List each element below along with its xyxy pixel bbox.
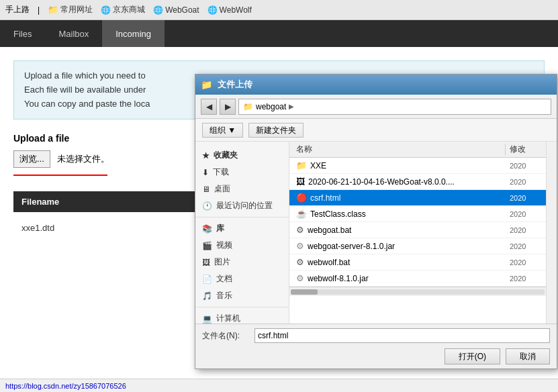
tab-files[interactable]: Files: [0, 20, 45, 47]
toolbar-sep: |: [38, 5, 40, 15]
scrollbar-track: [291, 289, 545, 295]
dialog-forward-button[interactable]: ▶: [220, 99, 236, 115]
sidebar-documents-label: 文档: [216, 273, 232, 285]
globe-icon-2: 🌐: [153, 5, 163, 15]
file-date-webwolf-bat: 2020: [506, 258, 546, 266]
sidebar-computer-label: 计算机: [216, 313, 240, 324]
file-item-webgoat-bat[interactable]: ⚙ webgoat.bat 2020: [289, 222, 546, 238]
sidebar-item-video[interactable]: 🎬 视频: [195, 237, 289, 254]
dialog-filename-label: 文件名(N):: [202, 330, 249, 342]
jd-label: 京东商城: [113, 4, 145, 15]
new-folder-button[interactable]: 新建文件夹: [248, 123, 304, 138]
path-arrow: ▶: [289, 103, 294, 110]
file-item-webwolf-bat[interactable]: ⚙ webwolf.bat 2020: [289, 254, 546, 271]
file-item-testclass[interactable]: ☕ TestClass.class 2020: [289, 206, 546, 222]
file-name-webgoat-zip: 🖼 2020-06-21-10-04-16-WebGoat-v8.0.0....: [289, 177, 506, 187]
file-name-webgoat-bat: ⚙ webgoat.bat: [289, 225, 506, 235]
music-icon: 🎵: [202, 291, 212, 301]
documents-icon: 📄: [202, 275, 212, 284]
sidebar-sep-1: [195, 217, 289, 217]
horizontal-scrollbar[interactable]: [289, 287, 546, 296]
vertical-scrollbar[interactable]: [546, 142, 557, 324]
dialog-action-bar: 组织 ▼ 新建文件夹: [195, 119, 557, 142]
toolbar-bookmarks[interactable]: 📁 常用网址: [48, 4, 93, 15]
sidebar-item-download[interactable]: ⬇ 下载: [195, 164, 289, 181]
pictures-icon: 🖼: [202, 258, 210, 267]
globe-icon-3: 🌐: [207, 5, 218, 15]
sidebar-item-desktop[interactable]: 🖥 桌面: [195, 181, 289, 197]
browser-toolbar: 手上路 | 📁 常用网址 🌐 京东商城 🌐 WebGoat 🌐 WebWolf: [0, 0, 558, 20]
tab-incoming-label: Incoming: [115, 29, 151, 39]
dialog-open-button[interactable]: 打开(O): [445, 348, 500, 364]
dialog-title: 文件上传: [218, 79, 252, 91]
file-item-webgoat-jar[interactable]: ⚙ webgoat-server-8.1.0.jar 2020: [289, 238, 546, 254]
bat-icon-webwolf: ⚙: [296, 257, 304, 267]
file-date-webgoat-zip: 2020: [506, 178, 546, 186]
sidebar-library-label: 库: [216, 223, 224, 234]
sidebar-item-recent[interactable]: 🕐 最近访问的位置: [195, 197, 289, 214]
file-item-webgoat-zip[interactable]: 🖼 2020-06-21-10-04-16-WebGoat-v8.0.0....…: [289, 174, 546, 190]
file-name-xxe: 📁 XXE: [289, 160, 506, 170]
toolbar-webgoat[interactable]: 🌐 WebGoat: [153, 5, 199, 15]
sidebar-recent-label: 最近访问的位置: [216, 200, 273, 211]
file-dialog: 📁 文件上传 ◀ ▶ 📁 webgoat ▶ 组织 ▼ 新建文件夹 ★ 收藏: [195, 74, 557, 369]
toolbar-jd[interactable]: 🌐 京东商城: [101, 4, 145, 15]
file-date-webwolf-jar: 2020: [506, 275, 546, 283]
video-icon: 🎬: [202, 241, 212, 250]
sidebar-library-header: 📚 库: [195, 220, 289, 237]
scrollbar-thumb: [291, 289, 318, 295]
status-bar: https://blog.csdn.net/zy15867076526: [0, 379, 558, 392]
dialog-back-button[interactable]: ◀: [201, 99, 217, 115]
dialog-filename-row: 文件名(N):: [202, 328, 550, 343]
sidebar-music-label: 音乐: [216, 290, 232, 301]
file-item-xxe[interactable]: 📁 XXE 2020: [289, 158, 546, 174]
col-name: 名称: [289, 144, 506, 155]
download-icon: ⬇: [202, 168, 209, 177]
globe-icon-1: 🌐: [101, 5, 111, 15]
sidebar-item-computer[interactable]: 💻 计算机: [195, 310, 289, 324]
browse-underline: [13, 175, 107, 176]
jar-icon-webgoat: ⚙: [296, 241, 304, 251]
bat-icon-webgoat: ⚙: [296, 225, 304, 235]
sidebar-favorites-label: 收藏夹: [214, 150, 238, 161]
webwolf-label: WebWolf: [220, 5, 252, 15]
file-date-csrf: 2020: [506, 194, 546, 202]
sidebar-desktop-label: 桌面: [214, 183, 230, 195]
browse-button[interactable]: 浏览...: [13, 150, 50, 168]
dialog-cancel-button[interactable]: 取消: [506, 348, 550, 364]
tab-mailbox-label: Mailbox: [58, 29, 89, 39]
tab-mailbox[interactable]: Mailbox: [45, 20, 102, 47]
file-name-testclass: ☕ TestClass.class: [289, 209, 506, 219]
toolbar-webwolf[interactable]: 🌐 WebWolf: [207, 5, 252, 15]
sidebar-item-music[interactable]: 🎵 音乐: [195, 287, 289, 304]
dialog-toolbar: ◀ ▶ 📁 webgoat ▶: [195, 95, 557, 119]
dialog-title-icon: 📁: [201, 79, 212, 90]
nav-tabs: Files Mailbox Incoming: [0, 20, 558, 47]
file-date-xxe: 2020: [506, 162, 546, 170]
dialog-bottom: 文件名(N): 打开(O) 取消: [195, 324, 557, 369]
file-date-webgoat-bat: 2020: [506, 226, 546, 234]
file-item-webwolf-jar[interactable]: ⚙ webwolf-8.1.0.jar 2020: [289, 271, 546, 287]
folder-icon: 📁: [48, 5, 58, 15]
desktop-icon: 🖥: [202, 185, 210, 194]
file-item-csrf[interactable]: 🔴 csrf.html 2020: [289, 190, 546, 206]
file-date-testclass: 2020: [506, 210, 546, 218]
nav-back[interactable]: 手上路: [5, 4, 30, 15]
dialog-buttons: 打开(O) 取消: [202, 348, 550, 364]
organize-button[interactable]: 组织 ▼: [202, 123, 243, 138]
star-icon: ★: [202, 151, 210, 160]
webgoat-label: WebGoat: [165, 5, 199, 15]
computer-icon: 💻: [202, 314, 212, 324]
dialog-body: ★ 收藏夹 ⬇ 下载 🖥 桌面 🕐 最近访问的位置 📚: [195, 142, 557, 324]
sidebar-item-pictures[interactable]: 🖼 图片: [195, 254, 289, 271]
sidebar-item-documents[interactable]: 📄 文档: [195, 271, 289, 287]
no-file-text: 未选择文件。: [57, 153, 109, 165]
sidebar-pictures-label: 图片: [214, 256, 230, 268]
path-folder-icon: 📁: [243, 102, 253, 111]
tab-incoming[interactable]: Incoming: [102, 20, 165, 47]
img-icon-webgoat: 🖼: [296, 177, 305, 187]
html-icon-csrf: 🔴: [296, 193, 307, 203]
sidebar-video-label: 视频: [216, 240, 232, 251]
file-name-csrf: 🔴 csrf.html: [289, 193, 506, 203]
dialog-filename-input[interactable]: [254, 328, 550, 343]
